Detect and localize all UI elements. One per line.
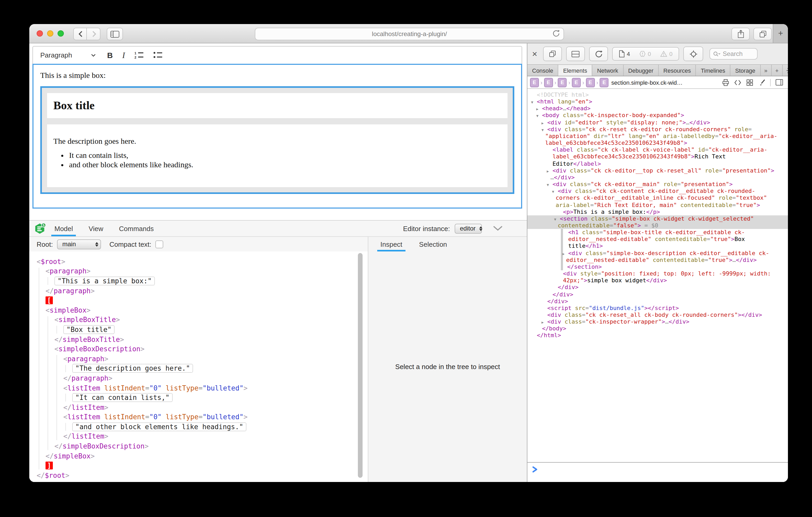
- element-badge[interactable]: E: [530, 78, 539, 87]
- simple-box-widget[interactable]: Box title The description goes here. It …: [40, 86, 514, 194]
- model-tree-row[interactable]: ]: [29, 461, 368, 470]
- dom-tree-row[interactable]: <label class="ck ck-label ck-voice-label…: [527, 147, 788, 153]
- dom-tree-row[interactable]: <h1 class="simple-box-title ck-editor__e…: [527, 229, 788, 236]
- devtools-tab-storage[interactable]: Storage: [730, 65, 760, 76]
- simple-box-title[interactable]: Box title: [47, 93, 508, 118]
- dom-tree-row[interactable]: ▼<section class="simple-box ck-widget ck…: [527, 215, 788, 222]
- dom-tree-row[interactable]: ▶<head>…</head>: [527, 105, 788, 112]
- editor-instance-select[interactable]: editor: [455, 223, 482, 234]
- model-tree-row[interactable]: [: [29, 296, 368, 305]
- dom-tree-row[interactable]: <div style="position: fixed; top: 0px; l…: [527, 270, 788, 277]
- model-tree-row[interactable]: </paragraph>: [29, 373, 368, 383]
- model-tree-row[interactable]: <simpleBoxTitle>: [29, 315, 368, 325]
- sidebar-toggle-button[interactable]: [107, 28, 123, 40]
- dom-tree-row[interactable]: ▶<div class="ck-inspector-wrapper">…</di…: [527, 318, 788, 325]
- model-tree-row[interactable]: <simpleBox>: [29, 305, 368, 315]
- dom-tree-row[interactable]: title</h1>: [527, 243, 788, 250]
- dom-tree-row[interactable]: </div>: [527, 284, 788, 291]
- grid-icon[interactable]: [746, 79, 753, 86]
- bullet-item[interactable]: and other block elements like headings.: [69, 160, 508, 170]
- paintbrush-icon[interactable]: [758, 79, 765, 86]
- editor-paragraph[interactable]: This is a simple box:: [40, 71, 521, 80]
- dom-tree-row[interactable]: …</div>: [527, 174, 788, 181]
- simple-box-description[interactable]: The description goes here. It can contai…: [47, 124, 508, 187]
- model-tree-row[interactable]: "and other block elements like headings.…: [29, 422, 368, 431]
- dom-tree-row[interactable]: </section>: [527, 264, 788, 270]
- tab-overview-button[interactable]: [753, 28, 772, 40]
- dom-tree-row[interactable]: editor__nested-editable" contenteditable…: [527, 257, 788, 264]
- paragraph-style-dropdown[interactable]: Paragraph: [40, 51, 95, 59]
- devtools-tab-timelines[interactable]: Timelines: [696, 65, 730, 76]
- dom-tree-row[interactable]: label_e63cbbfece34c53ce23501062343f49b8"…: [527, 140, 788, 146]
- element-badge[interactable]: E: [544, 78, 553, 87]
- element-picker-button[interactable]: [684, 47, 703, 61]
- model-tree-scrollbar[interactable]: [358, 253, 362, 478]
- numbered-list-button[interactable]: 12: [135, 51, 144, 59]
- model-tree-row[interactable]: </$root>: [29, 470, 368, 480]
- compact-text-checkbox[interactable]: [156, 240, 164, 248]
- new-tab-button[interactable]: +: [773, 24, 788, 43]
- dom-tree-row[interactable]: aria-label="Rich Text Editor, main" cont…: [527, 202, 788, 208]
- model-tree-row[interactable]: </simpleBoxTitle>: [29, 335, 368, 344]
- code-brackets-icon[interactable]: [734, 79, 742, 86]
- element-badge[interactable]: E: [572, 78, 581, 87]
- dom-tree-row[interactable]: <!DOCTYPE html>: [527, 91, 788, 98]
- dom-tree-row[interactable]: </div>: [527, 291, 788, 298]
- model-tree-row[interactable]: "This is a simple box:": [29, 276, 368, 286]
- devtools-tab-elements[interactable]: Elements: [558, 65, 592, 76]
- element-badge[interactable]: E: [558, 78, 567, 87]
- dom-tree-row[interactable]: label_e63cbbfece34c53ce23501062343f49b8"…: [527, 153, 788, 160]
- bulleted-list-button[interactable]: [153, 51, 163, 59]
- dom-tree-row[interactable]: 42px;">simple box widget</div>: [527, 277, 788, 284]
- dom-tree-row[interactable]: ▶<div class="simple-box-description ck-e…: [527, 250, 788, 256]
- model-tree-row[interactable]: "It can contain lists,": [29, 393, 368, 402]
- dom-tree-row[interactable]: "application" dir="ltr" lang="en" aria-l…: [527, 133, 788, 140]
- element-badge[interactable]: E: [600, 78, 609, 87]
- model-tree-row[interactable]: </simpleBox>: [29, 451, 368, 461]
- quick-console[interactable]: [527, 462, 788, 482]
- devtools-tab-resources[interactable]: Resources: [659, 65, 696, 76]
- close-window-button[interactable]: [37, 30, 43, 37]
- address-bar[interactable]: localhost/creating-a-plugin/: [255, 28, 564, 40]
- model-tree-row[interactable]: <paragraph>: [29, 354, 368, 364]
- back-button[interactable]: [73, 28, 87, 40]
- dom-tree-row[interactable]: contenteditable="false"> = $0: [527, 222, 788, 229]
- model-tree-row[interactable]: </paragraph>: [29, 286, 368, 296]
- element-badge[interactable]: E: [586, 78, 594, 87]
- dom-tree-row[interactable]: </html>: [527, 332, 788, 339]
- devtools-search-input[interactable]: Search: [710, 48, 758, 60]
- inspect-tab-selection[interactable]: Selection: [417, 237, 448, 251]
- settings-gear-icon[interactable]: [783, 65, 788, 76]
- devtools-tab-debugger[interactable]: Debugger: [624, 65, 659, 76]
- model-tree-row[interactable]: "The description goes here.": [29, 364, 368, 373]
- minimize-window-button[interactable]: [47, 30, 53, 37]
- inspect-tab-inspect[interactable]: Inspect: [379, 237, 404, 251]
- dock-side-button[interactable]: [543, 47, 562, 61]
- reload-page-button[interactable]: [589, 47, 608, 61]
- model-tree-row[interactable]: <paragraph>: [29, 266, 368, 276]
- model-tree-row[interactable]: <$root>: [29, 257, 368, 266]
- dom-tree-row[interactable]: ▼<div class="ck ck-editor__main" role="p…: [527, 181, 788, 188]
- model-tree-row[interactable]: </listItem>: [29, 431, 368, 441]
- model-tree-row[interactable]: <simpleBoxDescription>: [29, 344, 368, 354]
- close-devtools-button[interactable]: ✕: [530, 50, 539, 58]
- dom-tree-row[interactable]: ▼<html lang="en">: [527, 98, 788, 105]
- devtools-tab-network[interactable]: Network: [592, 65, 624, 76]
- reload-icon[interactable]: [552, 30, 560, 37]
- collapse-inspector-icon[interactable]: [493, 226, 503, 231]
- dom-tree-row[interactable]: ▼<div class="ck ck-content ck-editor__ed…: [527, 188, 788, 194]
- inspector-tab-commands[interactable]: Commands: [117, 221, 155, 236]
- dom-tree-row[interactable]: editor__nested-editable" contenteditable…: [527, 236, 788, 243]
- dom-tree-row[interactable]: </div>: [527, 298, 788, 304]
- dom-tree-row[interactable]: corners ck-editor__editable_inline ck-fo…: [527, 195, 788, 202]
- dom-tree-row[interactable]: ▶<div id="editor" style="display: none;"…: [527, 119, 788, 126]
- dom-tree-row[interactable]: ▼<div class="ck ck-reset ck-editor ck-ro…: [527, 126, 788, 133]
- dom-tree-row[interactable]: ▶<div class="ck ck-editor__top ck-reset_…: [527, 167, 788, 174]
- dom-tree-row[interactable]: ▼<body class="ck-inspector-body-expanded…: [527, 112, 788, 119]
- model-tree-row[interactable]: </simpleBoxDescription>: [29, 442, 368, 451]
- share-button[interactable]: [731, 28, 750, 40]
- resource-summary[interactable]: 4 0 0: [612, 47, 679, 61]
- italic-button[interactable]: I: [122, 51, 125, 60]
- bullet-item[interactable]: It can contain lists,: [69, 151, 508, 160]
- devtools-tab-console[interactable]: Console: [527, 65, 558, 76]
